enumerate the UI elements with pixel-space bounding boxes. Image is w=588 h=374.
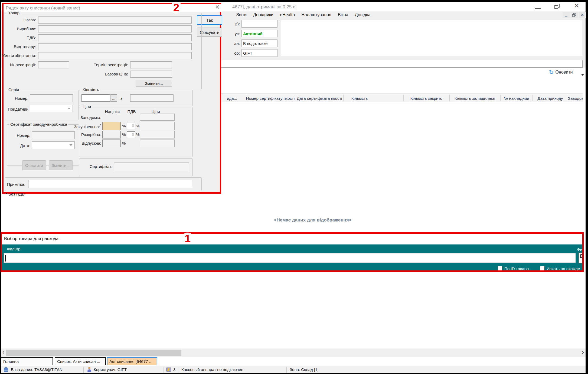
clear-certificate-button[interactable]: Очистити (22, 160, 46, 170)
certificate-input[interactable] (114, 163, 189, 171)
factory-price-label: Заводська: (80, 115, 101, 120)
purchase-price-input[interactable] (140, 122, 175, 130)
selling-markup-input[interactable] (102, 140, 121, 147)
vat-header: ПДВ (125, 109, 138, 114)
quantity-browse-button[interactable]: ... (110, 94, 117, 102)
percent-sign: % (122, 124, 126, 128)
manufacturer-input[interactable] (38, 25, 192, 32)
pdv-field[interactable] (241, 20, 277, 28)
factory-certificate-group: Сертифікат заводу-виробника Номер: Дата: (7, 124, 79, 166)
search-entry-checkbox[interactable] (540, 266, 545, 271)
prices-group: Ціни Націнки ПДВ Ціни Заводська: Закупів… (79, 107, 193, 157)
change-price-button[interactable]: Змінити... (136, 80, 172, 87)
factory-price-input[interactable] (140, 114, 175, 121)
refresh-dropdown-icon[interactable] (581, 74, 584, 76)
column-header[interactable]: Дата сертифіката якості (296, 96, 343, 101)
filter-amount-value: 0 (580, 253, 583, 259)
picker-title: Выбор товара для расхода (4, 236, 58, 241)
tab-akt-spysannia[interactable]: Акт списання [64677 ... (107, 357, 157, 365)
certificate-number-label: Номер: (7, 133, 30, 138)
base-price-label: Базова ціна: (81, 72, 128, 76)
reg-number-input[interactable] (38, 61, 69, 68)
valid-until-combobox[interactable] (30, 105, 73, 112)
storage-input[interactable] (38, 52, 192, 59)
stan-field[interactable]: В подготовке (241, 39, 277, 47)
reg-number-label: № реєстрації: (5, 62, 36, 67)
certificate-number-input[interactable] (32, 131, 75, 139)
user-status: Користувач: GIFT (94, 367, 127, 372)
column-header[interactable]: ида... (227, 96, 244, 101)
scrollbar-thumb[interactable] (6, 350, 181, 356)
close-icon[interactable]: × (574, 1, 579, 11)
percent-sign: % (136, 124, 139, 128)
product-type-input[interactable] (38, 43, 192, 50)
restore-icon[interactable] (554, 4, 560, 10)
name-input[interactable] (38, 16, 192, 24)
status-divider (83, 367, 84, 373)
by-id-checkbox-label: По ID товара (504, 266, 529, 271)
cash-register-icon (166, 368, 171, 372)
dialog-title: Рядок акту списання (новий запис) (6, 5, 80, 11)
manufacturer-label: Виробник: (5, 27, 36, 31)
quantity-total-input[interactable] (130, 94, 174, 102)
tab-spysok-akty[interactable]: Список: Акти списан ... (55, 357, 106, 365)
stan-value: В подготовке (243, 41, 267, 46)
column-header[interactable]: № накладний (500, 96, 533, 101)
quantity-group: Кількість ... з (79, 90, 193, 106)
column-divider (245, 95, 245, 101)
mdi-minimize-icon[interactable] (563, 12, 570, 18)
tab-holovna[interactable]: Головна (1, 357, 53, 365)
column-header[interactable]: Кількість залишилася (449, 96, 500, 101)
picker-title-bar: Выбор товара для расхода (2, 234, 582, 244)
selling-price-input[interactable] (140, 140, 175, 147)
status-field[interactable]: Активний (241, 30, 277, 37)
by-id-checkbox[interactable] (498, 266, 502, 271)
database-icon (4, 367, 8, 372)
purchase-price-star: * (100, 124, 101, 127)
change-certificate-button[interactable]: Змінити... (49, 160, 73, 170)
name-label: Назва: (5, 18, 36, 22)
tab-label: Головна (3, 359, 19, 364)
retail-price-input[interactable] (140, 131, 175, 138)
column-header[interactable]: Дата приходу (533, 96, 568, 101)
column-header[interactable]: Кількість закрито (403, 96, 449, 101)
menu-item-vikna[interactable]: Вікна (338, 12, 348, 17)
database-status: База даних: TASA3@TITAN (11, 367, 63, 372)
purchase-vat-value: 0 (132, 124, 134, 128)
base-price-input[interactable] (130, 71, 172, 78)
column-header[interactable]: Заводська (568, 96, 583, 101)
filter-input[interactable] (4, 253, 576, 263)
scroll-right-icon[interactable]: › (582, 348, 584, 356)
retail-vat-value: 0 (132, 132, 134, 137)
refresh-control[interactable]: ↻ Оновити (549, 69, 573, 75)
annotation-1: 1 (182, 233, 193, 244)
column-header[interactable]: Кількість (343, 96, 376, 101)
prices-header: Ціни (138, 109, 174, 114)
purchase-markup-input[interactable] (102, 122, 121, 130)
mdi-restore-icon[interactable] (571, 12, 578, 18)
minimize-icon[interactable] (535, 8, 541, 9)
vat-input[interactable] (38, 34, 192, 41)
horizontal-scrollbar[interactable]: ‹ › (1, 349, 586, 357)
menu-item-nalashtuvannia[interactable]: Налаштування (301, 12, 331, 17)
menu-item-dovidka[interactable]: Довідка (355, 12, 371, 17)
purchase-vat-input[interactable]: 0 (127, 123, 135, 129)
menu-item-zvity[interactable]: Звіти (236, 12, 247, 17)
dialog-close-icon[interactable]: × (215, 3, 220, 11)
column-header[interactable]: Номер сертифікату якості (245, 96, 296, 101)
retail-markup-input[interactable] (102, 131, 121, 138)
certificate-date-combobox[interactable] (32, 141, 75, 149)
series-number-input[interactable] (30, 94, 73, 102)
mdi-close-icon[interactable]: × (579, 12, 586, 18)
column-divider (500, 95, 501, 101)
certificate-label: Сертифікат: (90, 164, 112, 169)
menu-item-dovidnyky[interactable]: Довідники (253, 12, 273, 17)
quantity-input[interactable] (81, 94, 110, 102)
reg-term-input[interactable] (130, 61, 172, 68)
menu-item-ehealth[interactable]: eHealth (280, 12, 295, 17)
retail-vat-input[interactable]: 0 (127, 131, 135, 138)
author-field[interactable]: GIFT (241, 49, 277, 57)
note-input[interactable] (28, 180, 192, 188)
scroll-left-icon[interactable]: ‹ (2, 348, 5, 356)
screen: { "colors": { "teal": "#00757C", "annota… (0, 0, 588, 374)
